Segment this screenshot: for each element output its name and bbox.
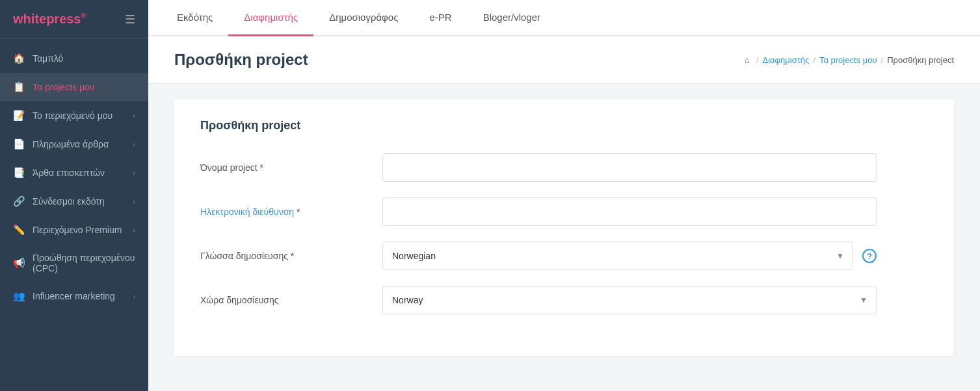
nav-label-my-projects: Τα projects μου xyxy=(33,82,94,92)
tab-bloger[interactable]: Bloger/vloger xyxy=(468,0,556,36)
chevron-icon: › xyxy=(133,140,135,148)
nav-icon-publisher-links: 🔗 xyxy=(13,196,25,207)
language-label: Γλώσσα δημοσίευσης * xyxy=(200,251,382,261)
form-card-title: Προσθήκη project xyxy=(200,119,928,132)
country-row: Χώρα δημοσίευσης NorwayGreeceGermanyFran… xyxy=(200,286,928,314)
nav-icon-my-projects: 📋 xyxy=(13,81,25,93)
tab-advertiser[interactable]: Διαφημιστής xyxy=(228,0,313,36)
sidebar-item-dashboard[interactable]: 🏠 Ταμπλό xyxy=(0,44,148,73)
chevron-icon: › xyxy=(133,197,135,205)
top-tabs: ΕκδότηςΔιαφημιστήςΔημοσιογράφοςe-PRBloge… xyxy=(148,0,980,36)
tab-publisher[interactable]: Εκδότης xyxy=(161,0,228,36)
project-name-field xyxy=(382,153,877,182)
sidebar-item-my-projects[interactable]: 📋 Τα projects μου xyxy=(0,73,148,101)
country-label: Χώρα δημοσίευσης xyxy=(200,295,382,305)
country-select[interactable]: NorwayGreeceGermanyFranceUnited Kingdom xyxy=(382,286,877,314)
sidebar-nav: 🏠 Ταμπλό 📋 Τα projects μου 📝 Το περιεχόμ… xyxy=(0,39,148,391)
chevron-icon: › xyxy=(133,292,135,300)
breadcrumb-current: Προσθήκη project xyxy=(887,55,954,65)
project-name-input[interactable] xyxy=(382,153,877,182)
page-header: Προσθήκη project ⌂ / Διαφημιστής / Τα pr… xyxy=(148,36,980,84)
main-content: ΕκδότηςΔιαφημιστήςΔημοσιογράφοςe-PRBloge… xyxy=(148,0,980,391)
nav-icon-premium-content: ✏️ xyxy=(13,224,25,236)
language-row: Γλώσσα δημοσίευσης * NorwegianEnglishGre… xyxy=(200,242,928,270)
sidebar-item-publisher-links[interactable]: 🔗 Σύνδεσμοι εκδότη › xyxy=(0,187,148,216)
email-label: Ηλεκτρονική διεύθυνση * xyxy=(200,207,382,217)
home-icon[interactable]: ⌂ xyxy=(742,55,752,65)
language-select-wrapper: NorwegianEnglishGreekGermanFrench ▼ xyxy=(382,242,853,270)
email-field xyxy=(382,197,877,226)
nav-label-paid-articles: Πληρωμένα άρθρα xyxy=(33,139,109,149)
sidebar-item-premium-content[interactable]: ✏️ Περιεχόμενο Premium › xyxy=(0,216,148,244)
breadcrumb-my-projects[interactable]: Τα projects μου xyxy=(819,55,877,65)
email-input[interactable] xyxy=(382,197,877,226)
chevron-icon: › xyxy=(133,226,135,234)
country-select-wrapper: NorwayGreeceGermanyFranceUnited Kingdom … xyxy=(382,286,877,314)
email-row: Ηλεκτρονική διεύθυνση * xyxy=(200,197,928,226)
content-area: Προσθήκη project ⌂ / Διαφημιστής / Τα pr… xyxy=(148,36,980,391)
sidebar-logo: whitepress® ☰ xyxy=(0,0,148,39)
sidebar-item-cpc[interactable]: 📢 Προώθηση περιεχομένου (CPC) xyxy=(0,244,148,282)
nav-icon-influencer: 👥 xyxy=(13,290,25,302)
tab-journalist[interactable]: Δημοσιογράφος xyxy=(313,0,414,36)
help-icon[interactable]: ? xyxy=(862,249,877,263)
hamburger-menu-icon[interactable]: ☰ xyxy=(125,12,135,27)
breadcrumb: ⌂ / Διαφημιστής / Τα projects μου / Προσ… xyxy=(742,55,954,65)
language-select[interactable]: NorwegianEnglishGreekGermanFrench xyxy=(382,242,853,270)
nav-icon-paid-articles: 📄 xyxy=(13,138,25,150)
nav-icon-cpc: 📢 xyxy=(13,257,25,269)
brand-name: whitepress® xyxy=(13,12,86,27)
nav-label-cpc: Προώθηση περιεχομένου (CPC) xyxy=(33,253,135,273)
nav-icon-guest-articles: 📑 xyxy=(13,167,25,179)
language-field: NorwegianEnglishGreekGermanFrench ▼ ? xyxy=(382,242,877,270)
project-name-row: Όνομα project * xyxy=(200,153,928,182)
breadcrumb-advertiser[interactable]: Διαφημιστής xyxy=(763,55,810,65)
country-field: NorwayGreeceGermanyFranceUnited Kingdom … xyxy=(382,286,877,314)
chevron-icon: › xyxy=(133,112,135,120)
nav-label-guest-articles: Άρθα επισκεπτών xyxy=(33,168,105,178)
project-name-label: Όνομα project * xyxy=(200,162,382,173)
nav-label-my-content: Το περιεχόμενό μου xyxy=(33,110,113,121)
sidebar-item-my-content[interactable]: 📝 Το περιεχόμενό μου › xyxy=(0,101,148,130)
chevron-icon: › xyxy=(133,169,135,177)
sidebar: whitepress® ☰ 🏠 Ταμπλό 📋 Τα projects μου… xyxy=(0,0,148,391)
save-area: ΑΠΟΘΗΚΕΥΣΗ xyxy=(148,372,980,391)
sidebar-item-guest-articles[interactable]: 📑 Άρθα επισκεπτών › xyxy=(0,158,148,187)
sidebar-item-influencer[interactable]: 👥 Influencer marketing › xyxy=(0,282,148,310)
nav-icon-dashboard: 🏠 xyxy=(13,53,25,64)
tab-epr[interactable]: e-PR xyxy=(414,0,467,36)
nav-icon-my-content: 📝 xyxy=(13,110,25,121)
form-card: Προσθήκη project Όνομα project * Ηλεκτρο… xyxy=(174,99,954,356)
nav-label-premium-content: Περιεχόμενο Premium xyxy=(33,225,122,235)
page-title: Προσθήκη project xyxy=(174,51,308,69)
nav-label-dashboard: Ταμπλό xyxy=(33,53,63,64)
nav-label-influencer: Influencer marketing xyxy=(33,291,115,301)
sidebar-item-paid-articles[interactable]: 📄 Πληρωμένα άρθρα › xyxy=(0,130,148,158)
nav-label-publisher-links: Σύνδεσμοι εκδότη xyxy=(33,196,105,207)
